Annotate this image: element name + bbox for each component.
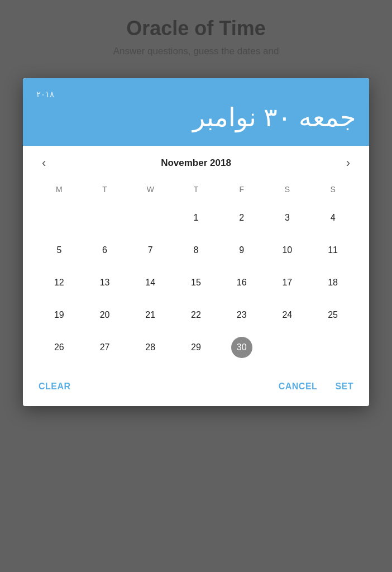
weekday-header-row: M T W T F S S: [36, 182, 356, 202]
calendar-day[interactable]: 17: [265, 266, 310, 299]
cancel-button[interactable]: CANCEL: [276, 378, 320, 395]
calendar-table: M T W T F S S 12345678910111213141516171…: [36, 182, 356, 364]
calendar-day[interactable]: 30: [219, 331, 265, 364]
calendar-day[interactable]: 1: [173, 202, 219, 234]
dialog-header: ۲۰۱۸ جمعه ۳۰ نوامبر: [23, 78, 369, 146]
calendar-day[interactable]: 23: [219, 299, 265, 331]
calendar-day[interactable]: 12: [36, 266, 82, 299]
calendar-day[interactable]: 6: [82, 234, 128, 266]
weekday-mon: M: [36, 182, 82, 202]
dialog-actions: CLEAR CANCEL SET: [23, 369, 369, 406]
weekday-fri: F: [219, 182, 265, 202]
calendar-day[interactable]: 5: [36, 234, 82, 266]
calendar-empty: [265, 331, 310, 364]
calendar-day[interactable]: 24: [265, 299, 310, 331]
weekday-wed: W: [127, 182, 173, 202]
calendar-day[interactable]: 13: [82, 266, 128, 299]
month-navigation: ‹ November 2018 ›: [36, 155, 356, 171]
calendar-week-row: 1234: [36, 202, 356, 234]
calendar-day[interactable]: 28: [127, 331, 173, 364]
calendar-empty: [310, 331, 356, 364]
calendar-day[interactable]: 7: [127, 234, 173, 266]
right-actions: CANCEL SET: [276, 378, 356, 395]
calendar-day[interactable]: 19: [36, 299, 82, 331]
calendar-week-row: 2627282930: [36, 331, 356, 364]
calendar-day[interactable]: 29: [173, 331, 219, 364]
calendar-day[interactable]: 18: [310, 266, 356, 299]
calendar-empty: [127, 202, 173, 234]
calendar-day[interactable]: 14: [127, 266, 173, 299]
month-year-label: November 2018: [161, 158, 231, 169]
weekday-tue: T: [82, 182, 128, 202]
calendar-day[interactable]: 20: [82, 299, 128, 331]
weekday-thu: T: [173, 182, 219, 202]
next-month-button[interactable]: ›: [341, 155, 356, 171]
calendar-day[interactable]: 11: [310, 234, 356, 266]
clear-button[interactable]: CLEAR: [36, 378, 73, 395]
calendar-day[interactable]: 10: [265, 234, 310, 266]
selected-year: ۲۰۱۸: [36, 89, 356, 99]
calendar-day[interactable]: 16: [219, 266, 265, 299]
calendar-week-row: 12131415161718: [36, 266, 356, 299]
calendar-day[interactable]: 4: [310, 202, 356, 234]
calendar-day[interactable]: 3: [265, 202, 310, 234]
calendar-day[interactable]: 25: [310, 299, 356, 331]
calendar-section: ‹ November 2018 › M T W T F S S 12345678…: [23, 146, 369, 369]
date-picker-dialog: ۲۰۱۸ جمعه ۳۰ نوامبر ‹ November 2018 › M …: [23, 78, 369, 406]
calendar-day[interactable]: 26: [36, 331, 82, 364]
calendar-empty: [82, 202, 128, 234]
calendar-day[interactable]: 2: [219, 202, 265, 234]
set-button[interactable]: SET: [333, 378, 356, 395]
calendar-week-row: 567891011: [36, 234, 356, 266]
calendar-day[interactable]: 21: [127, 299, 173, 331]
calendar-empty: [36, 202, 82, 234]
selected-date-persian: جمعه ۳۰ نوامبر: [36, 103, 356, 132]
calendar-day[interactable]: 22: [173, 299, 219, 331]
calendar-week-row: 19202122232425: [36, 299, 356, 331]
calendar-day[interactable]: 15: [173, 266, 219, 299]
prev-month-button[interactable]: ‹: [36, 155, 51, 171]
weekday-sun: S: [310, 182, 356, 202]
selected-day-circle: 30: [231, 337, 252, 358]
weekday-sat: S: [265, 182, 310, 202]
calendar-day[interactable]: 8: [173, 234, 219, 266]
calendar-day[interactable]: 9: [219, 234, 265, 266]
calendar-day[interactable]: 27: [82, 331, 128, 364]
